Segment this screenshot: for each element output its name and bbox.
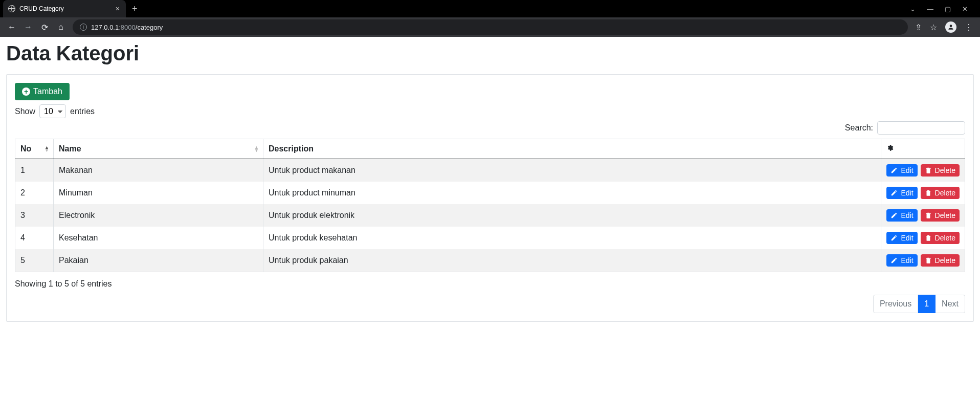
cell-actions: EditDelete bbox=[881, 249, 965, 272]
edit-icon bbox=[890, 212, 898, 219]
cell-name: Pakaian bbox=[54, 249, 263, 272]
back-button[interactable]: ← bbox=[7, 23, 16, 32]
user-icon bbox=[947, 24, 954, 31]
edit-button[interactable]: Edit bbox=[886, 254, 917, 267]
cell-no: 3 bbox=[15, 204, 54, 227]
edit-button[interactable]: Edit bbox=[886, 209, 917, 222]
cell-no: 5 bbox=[15, 249, 54, 272]
delete-button[interactable]: Delete bbox=[921, 254, 960, 267]
show-label: Show bbox=[15, 107, 35, 116]
table-row: 4KesehatanUntuk produk kesehatanEditDele… bbox=[15, 227, 965, 249]
globe-icon bbox=[8, 5, 15, 12]
trash-icon bbox=[925, 212, 932, 219]
tab-bar: CRUD Category × + ⌄ — ▢ ✕ bbox=[0, 0, 980, 17]
table-row: 5PakaianUntuk produk pakaianEditDelete bbox=[15, 249, 965, 272]
cell-actions: EditDelete bbox=[881, 159, 965, 182]
url-port: :8000 bbox=[119, 24, 136, 31]
close-tab-icon[interactable]: × bbox=[116, 5, 120, 13]
maximize-button[interactable]: ▢ bbox=[945, 5, 951, 13]
cell-actions: EditDelete bbox=[881, 182, 965, 204]
delete-button[interactable]: Delete bbox=[921, 232, 960, 244]
col-action-header bbox=[881, 139, 965, 159]
profile-avatar[interactable] bbox=[945, 21, 956, 33]
cell-no: 1 bbox=[15, 159, 54, 182]
forward-button[interactable]: → bbox=[24, 23, 33, 32]
nav-bar: ← → ⟳ ⌂ i 127.0.0.1:8000/category ⇪ ☆ ⋮ bbox=[0, 17, 980, 37]
cell-description: Untuk produk kesehatan bbox=[263, 227, 881, 249]
cell-name: Makanan bbox=[54, 159, 263, 182]
url-host: 127.0.0.1 bbox=[91, 24, 119, 31]
add-button-label: Tambah bbox=[33, 87, 62, 96]
cell-description: Untuk produk pakaian bbox=[263, 249, 881, 272]
trash-icon bbox=[925, 167, 932, 174]
entries-label: entries bbox=[70, 107, 95, 116]
edit-button[interactable]: Edit bbox=[886, 232, 917, 244]
table-row: 2MinumanUntuk product minumanEditDelete bbox=[15, 182, 965, 204]
search-input[interactable] bbox=[877, 121, 965, 135]
address-bar[interactable]: i 127.0.0.1:8000/category bbox=[73, 19, 908, 35]
search-row: Search: bbox=[15, 121, 965, 135]
minimize-button[interactable]: — bbox=[927, 5, 933, 13]
browser-tab[interactable]: CRUD Category × bbox=[3, 0, 126, 17]
trash-icon bbox=[925, 257, 932, 264]
trash-icon bbox=[925, 189, 932, 196]
cell-no: 2 bbox=[15, 182, 54, 204]
table-row: 3ElectronikUntuk produk elektronikEditDe… bbox=[15, 204, 965, 227]
cell-name: Kesehatan bbox=[54, 227, 263, 249]
edit-icon bbox=[890, 167, 898, 174]
window-controls: ⌄ — ▢ ✕ bbox=[910, 5, 977, 13]
cell-actions: EditDelete bbox=[881, 204, 965, 227]
edit-button[interactable]: Edit bbox=[886, 164, 917, 177]
pagination-prev[interactable]: Previous bbox=[873, 295, 918, 313]
data-table: No ▲▼ Name ▲▼ Description 1MakananUntuk bbox=[15, 139, 965, 272]
cell-name: Electronik bbox=[54, 204, 263, 227]
chevron-down-icon[interactable]: ⌄ bbox=[910, 5, 916, 13]
search-label: Search: bbox=[845, 123, 873, 133]
col-name-header[interactable]: Name ▲▼ bbox=[54, 139, 263, 159]
page-title: Data Kategori bbox=[6, 42, 974, 65]
sort-icon: ▲▼ bbox=[254, 146, 259, 152]
table-info: Showing 1 to 5 of 5 entries bbox=[15, 279, 965, 289]
new-tab-button[interactable]: + bbox=[132, 4, 138, 14]
cell-description: Untuk product makanan bbox=[263, 159, 881, 182]
svg-point-0 bbox=[950, 25, 952, 27]
pagination: Previous 1 Next bbox=[15, 295, 965, 313]
gear-icon bbox=[886, 144, 894, 151]
edit-icon bbox=[890, 189, 898, 196]
url-path: /category bbox=[136, 24, 163, 31]
entries-length: Show 10 entries bbox=[15, 104, 965, 118]
cell-no: 4 bbox=[15, 227, 54, 249]
close-window-button[interactable]: ✕ bbox=[962, 5, 968, 13]
reload-button[interactable]: ⟳ bbox=[40, 23, 49, 32]
info-icon: i bbox=[80, 24, 87, 31]
card: + Tambah Show 10 entries Search: No bbox=[6, 74, 974, 322]
cell-description: Untuk produk elektronik bbox=[263, 204, 881, 227]
edit-icon bbox=[890, 257, 898, 264]
delete-button[interactable]: Delete bbox=[921, 164, 960, 177]
col-description-header[interactable]: Description bbox=[263, 139, 881, 159]
plus-circle-icon: + bbox=[22, 87, 30, 96]
table-row: 1MakananUntuk product makananEditDelete bbox=[15, 159, 965, 182]
bookmark-icon[interactable]: ☆ bbox=[930, 23, 937, 32]
trash-icon bbox=[925, 234, 932, 241]
edit-button[interactable]: Edit bbox=[886, 187, 917, 199]
pagination-next[interactable]: Next bbox=[936, 295, 965, 313]
share-icon[interactable]: ⇪ bbox=[915, 23, 922, 32]
add-button[interactable]: + Tambah bbox=[15, 83, 70, 100]
tab-title: CRUD Category bbox=[19, 5, 64, 12]
delete-button[interactable]: Delete bbox=[921, 187, 960, 199]
entries-select[interactable]: 10 bbox=[39, 104, 66, 118]
delete-button[interactable]: Delete bbox=[921, 209, 960, 222]
edit-icon bbox=[890, 234, 898, 241]
pagination-page-1[interactable]: 1 bbox=[918, 295, 936, 313]
sort-icon: ▲▼ bbox=[44, 146, 49, 152]
browser-chrome: CRUD Category × + ⌄ — ▢ ✕ ← → ⟳ ⌂ i 127.… bbox=[0, 0, 980, 37]
cell-name: Minuman bbox=[54, 182, 263, 204]
cell-actions: EditDelete bbox=[881, 227, 965, 249]
cell-description: Untuk product minuman bbox=[263, 182, 881, 204]
home-button[interactable]: ⌂ bbox=[56, 23, 65, 32]
col-no-header[interactable]: No ▲▼ bbox=[15, 139, 54, 159]
kebab-menu-icon[interactable]: ⋮ bbox=[965, 23, 973, 32]
page-body: Data Kategori + Tambah Show 10 entries S… bbox=[0, 42, 980, 332]
